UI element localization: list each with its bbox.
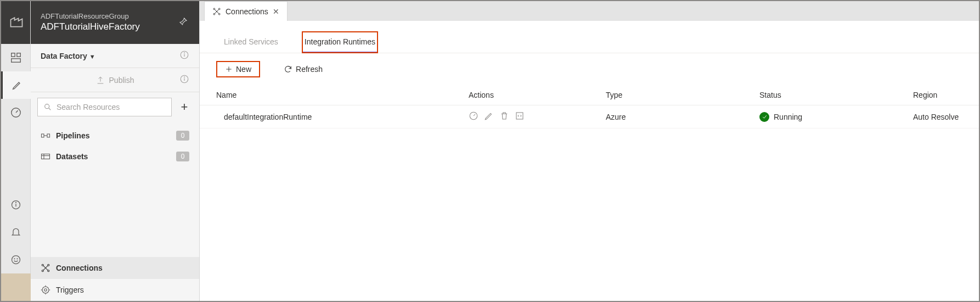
svg-point-26 (42, 270, 43, 272)
triggers-label: Triggers (56, 286, 84, 294)
bell-icon (10, 227, 21, 238)
factory-name: ADFTutorialHiveFactory (41, 21, 140, 33)
connections-subtabs: Linked Services Integration Runtimes (200, 21, 979, 53)
svg-line-17 (49, 108, 50, 110)
plus-icon: + (181, 100, 188, 114)
pin-icon (178, 16, 188, 26)
svg-rect-21 (42, 154, 50, 159)
svg-point-24 (42, 264, 43, 266)
row-region: Auto Resolve (913, 113, 962, 121)
datasets-count: 0 (176, 152, 189, 161)
svg-point-29 (44, 289, 47, 292)
svg-rect-1 (17, 53, 20, 57)
pipelines-count: 0 (176, 131, 189, 141)
subtab-linked-services[interactable]: Linked Services (222, 32, 280, 53)
connections-label: Connections (56, 264, 103, 272)
rail-overview[interactable] (1, 44, 31, 71)
main-area: Connections ✕ Linked Services Integratio… (200, 1, 979, 301)
close-icon: ✕ (273, 7, 279, 16)
col-actions[interactable]: Actions (469, 91, 606, 99)
row-name: defaultIntegrationRuntime (216, 113, 469, 121)
publish-icon (96, 76, 105, 85)
grid-header: Name Actions Type Status Region (200, 85, 979, 105)
pencil-icon (12, 80, 22, 91)
dashboard-icon (10, 52, 22, 64)
info-icon (10, 199, 21, 210)
rail-header-logo (1, 1, 30, 44)
pin-button[interactable] (178, 16, 188, 28)
col-type[interactable]: Type (606, 91, 759, 99)
svg-point-27 (48, 270, 49, 272)
svg-point-37 (218, 13, 220, 15)
new-button[interactable]: New (216, 61, 260, 77)
sidebar: ADFTutorialResourceGroup ADFTutorialHive… (31, 1, 200, 301)
col-region[interactable]: Region (913, 91, 962, 99)
code-icon (515, 111, 525, 121)
tree-datasets[interactable]: Datasets 0 (31, 146, 199, 167)
smiley-icon (10, 254, 21, 265)
publish-button[interactable]: Publish (31, 68, 199, 92)
sidebar-connections[interactable]: Connections (31, 257, 199, 279)
svg-rect-18 (42, 134, 44, 137)
add-resource-button[interactable]: + (176, 98, 193, 116)
gauge-icon (10, 107, 22, 119)
svg-rect-0 (12, 53, 15, 57)
rail-feedback[interactable] (1, 246, 31, 273)
svg-point-35 (218, 8, 220, 10)
rail-monitor[interactable] (1, 99, 31, 126)
svg-point-15 (184, 77, 185, 77)
svg-point-8 (14, 259, 15, 259)
factory-icon (9, 13, 24, 29)
table-row[interactable]: defaultIntegrationRuntime Azure Running … (200, 105, 979, 128)
sidebar-header: ADFTutorialResourceGroup ADFTutorialHive… (31, 1, 199, 44)
search-box[interactable] (37, 98, 172, 116)
triggers-icon (41, 285, 50, 295)
row-actions (469, 111, 606, 122)
plus-icon (225, 65, 233, 73)
refresh-button[interactable]: Refresh (275, 61, 331, 77)
svg-point-16 (45, 104, 49, 109)
svg-point-25 (48, 264, 49, 266)
connections-icon (41, 263, 50, 273)
close-tab-button[interactable]: ✕ (273, 7, 279, 16)
doc-tab-title: Connections (226, 7, 268, 16)
search-input[interactable] (57, 103, 166, 111)
publish-info-icon[interactable] (179, 74, 189, 86)
chevron-down-icon: ▼ (89, 53, 95, 60)
doc-tab-connections[interactable]: Connections ✕ (204, 1, 288, 21)
new-label: New (236, 65, 251, 74)
gauge-icon (469, 111, 478, 121)
svg-point-36 (213, 13, 215, 15)
connections-icon (212, 7, 221, 16)
svg-point-7 (12, 256, 20, 264)
row-type: Azure (606, 113, 759, 121)
search-icon (43, 103, 52, 111)
rail-notifications[interactable] (1, 219, 31, 246)
rail-author[interactable] (1, 71, 31, 99)
tree-pipelines[interactable]: Pipelines 0 (31, 125, 199, 146)
pipelines-label: Pipelines (56, 131, 89, 140)
pencil-icon (484, 111, 494, 121)
svg-rect-41 (516, 113, 523, 119)
action-edit[interactable] (484, 111, 494, 122)
rail-info[interactable] (1, 191, 31, 219)
row-status: Running (774, 113, 802, 121)
col-status[interactable]: Status (759, 91, 913, 99)
col-name[interactable]: Name (216, 91, 469, 99)
scope-selector[interactable]: Data Factory ▼ (31, 44, 199, 68)
scope-info-icon[interactable] (179, 50, 189, 61)
subtab-integration-runtimes[interactable]: Integration Runtimes (302, 32, 378, 53)
action-code[interactable] (515, 111, 525, 122)
refresh-label: Refresh (296, 65, 323, 74)
datasets-label: Datasets (56, 152, 88, 161)
rail-avatar[interactable] (1, 273, 31, 301)
datasets-icon (41, 153, 50, 160)
toolbar: New Refresh (200, 53, 979, 85)
sidebar-triggers[interactable]: Triggers (31, 279, 199, 301)
svg-point-28 (42, 287, 49, 293)
document-tabstrip: Connections ✕ (200, 1, 979, 21)
action-monitor[interactable] (469, 111, 478, 122)
svg-point-34 (213, 8, 215, 10)
svg-point-6 (16, 202, 16, 203)
action-delete[interactable] (499, 111, 509, 122)
